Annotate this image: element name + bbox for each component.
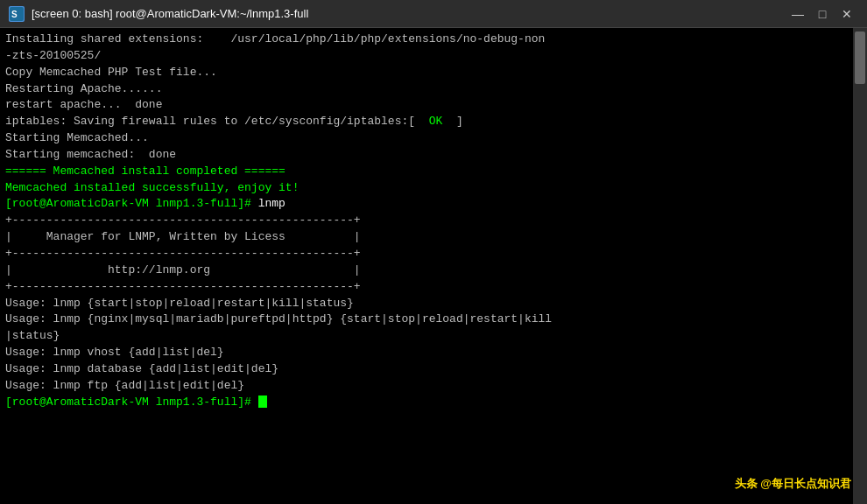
- titlebar: S [screen 0: bash] root@AromaticDark-VM:…: [0, 0, 867, 28]
- terminal-line: Usage: lnmp vhost {add|list|del}: [5, 345, 848, 361]
- terminal-line: restart apache... done: [5, 97, 848, 114]
- terminal-line: Installing shared extensions: /usr/local…: [5, 32, 848, 48]
- terminal-icon: S: [9, 6, 25, 22]
- terminal-line: Usage: lnmp {nginx|mysql|mariadb|pureftp…: [5, 312, 848, 328]
- terminal-line: Usage: lnmp {start|stop|reload|restart|k…: [5, 296, 848, 312]
- terminal-line: [root@AromaticDark-VM lnmp1.3-full]# lnm…: [5, 196, 848, 213]
- scrollbar-thumb[interactable]: [855, 32, 865, 84]
- terminal-line: ====== Memcached install completed =====…: [5, 164, 848, 180]
- terminal-line: Starting Memcached...: [5, 130, 848, 147]
- terminal-line: iptables: Saving firewall rules to /etc/…: [5, 114, 848, 130]
- terminal-line: | Manager for LNMP, Written by Licess |: [5, 229, 848, 246]
- svg-text:S: S: [11, 10, 18, 19]
- terminal-line: Memcached installed successfully, enjoy …: [5, 180, 848, 197]
- terminal-line: Restarting Apache......: [5, 81, 848, 98]
- terminal-line: +---------------------------------------…: [5, 246, 848, 262]
- terminal-line: Starting memcached: done: [5, 147, 848, 164]
- terminal-line: Usage: lnmp ftp {add|list|edit|del}: [5, 378, 848, 395]
- terminal-line: -zts-20100525/: [5, 48, 848, 65]
- terminal-line: | http://lnmp.org |: [5, 262, 848, 279]
- maximize-button[interactable]: □: [811, 5, 834, 23]
- terminal-line: |status}: [5, 328, 848, 345]
- terminal-body: Installing shared extensions: /usr/local…: [0, 28, 867, 504]
- window-controls: — □ ✕: [786, 5, 858, 23]
- cursor: [258, 396, 267, 408]
- terminal-line: Copy Memcached PHP Test file...: [5, 65, 848, 81]
- close-button[interactable]: ✕: [835, 5, 858, 23]
- terminal-line: Usage: lnmp database {add|list|edit|del}: [5, 361, 848, 378]
- minimize-button[interactable]: —: [786, 5, 809, 23]
- terminal-output[interactable]: Installing shared extensions: /usr/local…: [0, 28, 853, 504]
- scrollbar[interactable]: [853, 28, 867, 504]
- terminal-line: [root@AromaticDark-VM lnmp1.3-full]#: [5, 395, 848, 411]
- terminal-line: +---------------------------------------…: [5, 279, 848, 296]
- terminal-line: +---------------------------------------…: [5, 213, 848, 229]
- window-title: [screen 0: bash] root@AromaticDark-VM:~/…: [32, 7, 786, 20]
